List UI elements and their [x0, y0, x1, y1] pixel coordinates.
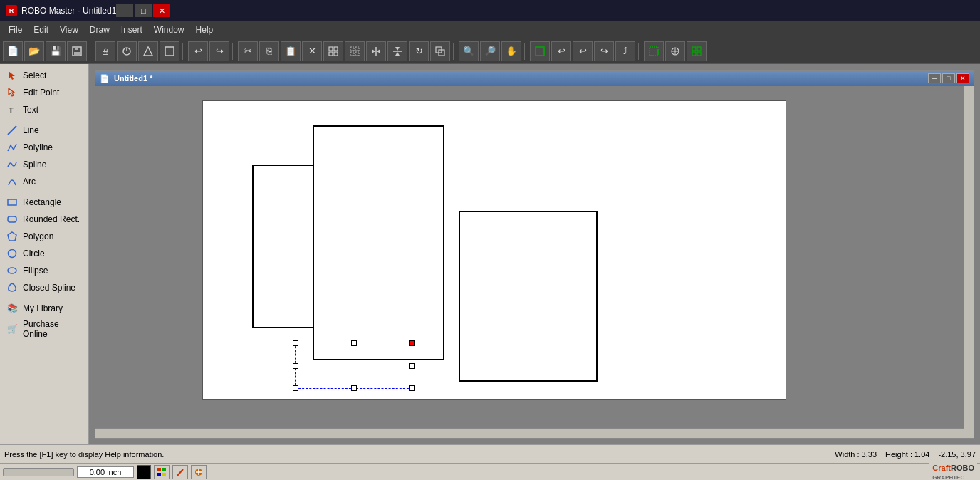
tb7[interactable] [160, 41, 179, 61]
tb-replay[interactable]: ↩ [573, 41, 593, 61]
handle-mr[interactable] [409, 363, 415, 369]
tool-text[interactable]: T Text [0, 101, 88, 118]
tool-polygon[interactable]: Polygon [0, 228, 88, 245]
svg-rect-12 [355, 47, 359, 51]
new-button[interactable]: 📄 [3, 41, 23, 61]
menu-draw[interactable]: Draw [84, 24, 115, 36]
svg-rect-8 [334, 47, 338, 51]
tool-my-library[interactable]: 📚 My Library [0, 300, 88, 317]
status-right: Width : 3.33 Height : 1.04 -2.15, 3.97 [835, 450, 976, 459]
polyline-icon [6, 141, 19, 154]
doc-maximize-button[interactable]: □ [942, 73, 955, 83]
svg-line-35 [8, 126, 16, 135]
select-all-button[interactable] [644, 41, 664, 61]
delete-button[interactable]: ✕ [302, 41, 322, 61]
copy-button[interactable]: ⎘ [259, 41, 279, 61]
tool-rectangle-label: Rectangle [23, 197, 61, 207]
tool-polyline[interactable]: Polyline [0, 139, 88, 156]
horizontal-scrollbar[interactable] [95, 428, 964, 438]
tb-vcut[interactable] [530, 41, 550, 61]
tool-arc[interactable]: Arc [0, 173, 88, 190]
toolbar-sep-5 [524, 43, 527, 60]
scrollbar-horizontal[interactable] [3, 468, 74, 476]
handle-bm[interactable] [351, 385, 357, 391]
shape-rect-right[interactable] [459, 211, 598, 382]
tb-trace[interactable]: ↩ [551, 41, 571, 61]
tool-circle-label: Circle [23, 249, 45, 259]
tool-closed-spline[interactable]: Closed Spline [0, 279, 88, 296]
shape-rect-overlap[interactable] [313, 125, 444, 360]
menu-edit[interactable]: Edit [28, 24, 54, 36]
ungroup-button[interactable] [345, 41, 365, 61]
maximize-button[interactable]: □ [135, 4, 152, 17]
tool-my-library-label: My Library [23, 303, 63, 313]
redo-button[interactable]: ↪ [209, 41, 229, 61]
handle-tr[interactable] [409, 340, 415, 346]
pen-button[interactable] [172, 465, 188, 479]
svg-rect-10 [334, 52, 338, 56]
tb-import[interactable]: ⤴ [615, 41, 635, 61]
tool-divider-1 [4, 120, 84, 120]
vertical-scrollbar[interactable] [964, 86, 974, 438]
tool-edit-point[interactable]: Edit Point [0, 84, 88, 101]
tb-weld[interactable] [430, 41, 450, 61]
handle-tm[interactable] [351, 340, 357, 346]
tb-send[interactable]: ↪ [594, 41, 614, 61]
tb-snap[interactable] [665, 41, 685, 61]
special-button[interactable] [191, 465, 207, 479]
tool-rectangle[interactable]: Rectangle [0, 194, 88, 211]
zoom-in-button[interactable]: 🔍 [459, 41, 479, 61]
handle-tl[interactable] [293, 340, 298, 346]
print-button[interactable]: 🖨 [95, 41, 115, 61]
tb5[interactable] [117, 41, 137, 61]
tool-select[interactable]: Select [0, 67, 88, 84]
menu-view[interactable]: View [54, 24, 84, 36]
svg-marker-20 [395, 52, 400, 56]
tool-purchase-online[interactable]: 🛒 Purchase Online [0, 317, 88, 341]
doc-close-button[interactable]: ✕ [956, 73, 969, 83]
group-button[interactable] [323, 41, 343, 61]
menu-insert[interactable]: Insert [115, 24, 148, 36]
tool-ellipse[interactable]: Ellipse [0, 262, 88, 279]
tb-flip-v[interactable] [387, 41, 407, 61]
open-button[interactable]: 📂 [24, 41, 44, 61]
menu-window[interactable]: Window [148, 24, 190, 36]
zoom-out-button[interactable]: 🔎 [480, 41, 500, 61]
tool-circle[interactable]: Circle [0, 245, 88, 262]
handle-br[interactable] [409, 385, 415, 391]
purchase-online-icon: 🛒 [6, 323, 19, 335]
paste-button[interactable]: 📋 [281, 41, 301, 61]
tb-flip-h[interactable] [366, 41, 386, 61]
undo-button[interactable]: ↩ [188, 41, 208, 61]
document-canvas[interactable] [95, 86, 974, 438]
svg-marker-17 [377, 49, 380, 53]
doc-minimize-button[interactable]: ─ [928, 73, 941, 83]
fill-color-swatch[interactable] [137, 465, 151, 479]
tb6[interactable] [138, 41, 158, 61]
canvas-container[interactable]: 📄 Untitled1 * ─ □ ✕ [89, 64, 980, 444]
tool-divider-3 [4, 298, 84, 298]
svg-rect-41 [157, 468, 161, 471]
save-button[interactable]: 💾 [46, 41, 66, 61]
save2-button[interactable] [67, 41, 87, 61]
svg-rect-29 [697, 47, 701, 51]
menu-file[interactable]: File [3, 24, 28, 36]
svg-rect-2 [75, 47, 78, 50]
svg-rect-28 [692, 47, 696, 51]
tool-spline[interactable]: Spline [0, 156, 88, 173]
selection-box[interactable] [295, 343, 412, 389]
hand-button[interactable]: ✋ [501, 41, 521, 61]
rectangle-icon [6, 196, 19, 209]
handle-bl[interactable] [293, 385, 298, 391]
close-button[interactable]: ✕ [153, 4, 170, 17]
minimize-button[interactable]: ─ [116, 4, 133, 17]
color-picker-button[interactable] [154, 465, 170, 479]
cut-button[interactable]: ✂ [238, 41, 258, 61]
tool-rounded-rect[interactable]: Rounded Rect. [0, 211, 88, 228]
tb-grid[interactable] [687, 41, 707, 61]
handle-ml[interactable] [293, 363, 298, 369]
tb-rotate-cw[interactable]: ↻ [409, 41, 429, 61]
menu-help[interactable]: Help [190, 24, 219, 36]
svg-marker-38 [8, 232, 16, 241]
tool-line[interactable]: Line [0, 122, 88, 139]
